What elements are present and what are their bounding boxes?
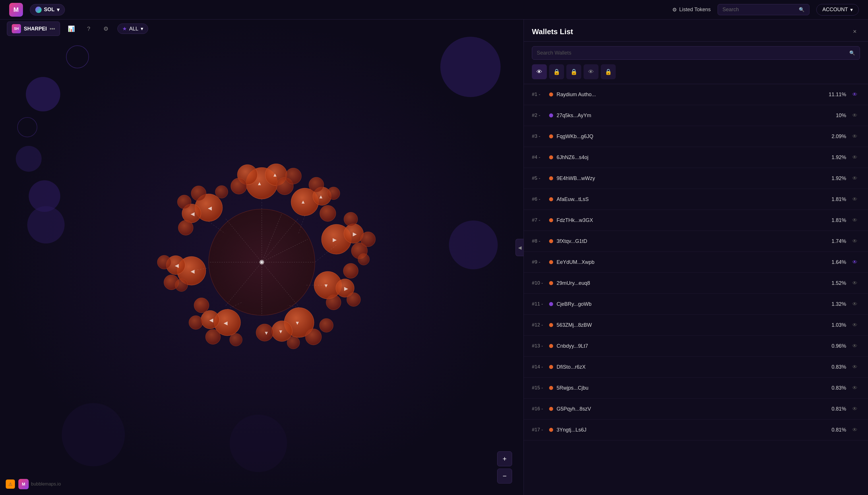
chain-label: SOL xyxy=(44,6,54,13)
chart-icon-btn[interactable]: 📊 xyxy=(66,23,77,34)
wallets-search-input[interactable] xyxy=(537,50,847,56)
wallet-visibility-toggle[interactable]: 👁 xyxy=(850,341,860,351)
wallet-item[interactable]: #13 - Cnbdyy...9Lt7 0.96% 👁 xyxy=(524,336,868,357)
zoom-in-button[interactable]: + xyxy=(497,451,512,466)
wallet-item[interactable]: #17 - 3Yngtj...Ls6J 0.81% 👁 xyxy=(524,420,868,441)
wallet-menu-dots: ••• xyxy=(50,26,55,32)
wallet-visibility-toggle[interactable]: 👁 xyxy=(850,362,860,372)
account-button[interactable]: ACCOUNT ▾ xyxy=(816,4,859,16)
wallet-visibility-toggle[interactable]: 👁 xyxy=(850,131,860,141)
wallet-rank: #3 - xyxy=(532,134,546,139)
wallet-percentage: 0.81% xyxy=(826,406,846,412)
wallet-percentage: 10% xyxy=(826,113,846,119)
close-wallets-button[interactable]: × xyxy=(850,27,860,37)
wallet-visibility-toggle[interactable]: 👁 xyxy=(850,278,860,288)
filter-locked-btn-3[interactable]: 🔒 xyxy=(601,64,616,79)
wallet-item[interactable]: #6 - AfaEuw...tLsS 1.81% 👁 xyxy=(524,189,868,210)
top-navigation: M SOL ▾ ⚙ Listed Tokens 🔍 ACCOUNT ▾ xyxy=(0,0,868,19)
wallet-dot xyxy=(549,323,553,327)
wallet-visibility-toggle[interactable]: 👁 xyxy=(850,320,860,330)
svg-text:◀: ◀ xyxy=(175,263,179,269)
wallet-visibility-toggle[interactable]: 👁 xyxy=(850,299,860,309)
secondary-navigation: SH SHARPEI ••• 📊 ? ⚙ ★ ALL ▾ xyxy=(0,19,155,38)
listed-tokens-label: Listed Tokens xyxy=(679,6,711,13)
wallet-name: FdzTHk...w3GX xyxy=(557,217,823,223)
wallet-item[interactable]: #8 - 3fXtqv...G1tD 1.74% 👁 xyxy=(524,231,868,252)
wallet-item[interactable]: #15 - 5Rwjps...Cjbu 0.83% 👁 xyxy=(524,378,868,398)
svg-point-37 xyxy=(306,329,322,345)
filter-hidden-btn[interactable]: 👁 xyxy=(584,64,598,79)
svg-text:▲: ▲ xyxy=(318,194,324,200)
watermark-text: bubblemaps.io xyxy=(31,481,61,487)
wallet-visibility-toggle[interactable]: 👁 xyxy=(850,110,860,121)
search-input[interactable] xyxy=(723,6,796,13)
wallet-item[interactable]: #14 - DfiSto...r6zX 0.83% 👁 xyxy=(524,357,868,378)
chain-selector[interactable]: SOL ▾ xyxy=(30,4,65,16)
wallet-name: 27q5ks...AyYm xyxy=(557,113,823,119)
wallet-visibility-toggle[interactable]: 👁 xyxy=(850,425,860,435)
logo-icon: M xyxy=(9,3,23,17)
wallet-name: 563ZMj...8zBW xyxy=(557,322,823,328)
wallet-percentage: 1.92% xyxy=(826,154,846,160)
wallet-item[interactable]: #16 - G5Pqyh...8szV 0.81% 👁 xyxy=(524,398,868,420)
settings-icon-btn[interactable]: ⚙ xyxy=(100,23,112,34)
filter-locked-btn-2[interactable]: 🔒 xyxy=(566,64,581,79)
wallet-visibility-toggle[interactable]: 👁 xyxy=(850,173,860,184)
wallet-dot xyxy=(549,281,553,285)
zoom-out-button[interactable]: − xyxy=(497,468,512,483)
wallet-visibility-toggle[interactable]: 👁 xyxy=(850,383,860,393)
panel-toggle-button[interactable]: ◀ xyxy=(516,239,524,256)
wallet-dot xyxy=(549,155,553,159)
wallet-visibility-toggle[interactable]: 👁 xyxy=(850,152,860,163)
wallet-item[interactable]: #10 - 29mUry...euq8 1.52% 👁 xyxy=(524,273,868,294)
all-filter-btn[interactable]: ★ ALL ▾ xyxy=(117,23,148,34)
wallet-item[interactable]: #7 - FdzTHk...w3GX 1.81% 👁 xyxy=(524,210,868,231)
wallet-visibility-toggle[interactable]: 👁 xyxy=(850,215,860,225)
wallet-rank: #5 - xyxy=(532,175,546,181)
map-controls: + − xyxy=(497,451,512,483)
listed-tokens-star: ⚙ xyxy=(672,6,677,13)
svg-point-57 xyxy=(215,186,228,198)
float-circle-1 xyxy=(66,45,89,68)
wallet-item[interactable]: #2 - 27q5ks...AyYm 10% 👁 xyxy=(524,105,868,126)
filter-visible-btn[interactable]: 👁 xyxy=(532,64,547,79)
wallet-visibility-toggle[interactable]: 👁 xyxy=(850,89,860,100)
wallet-item[interactable]: #12 - 563ZMj...8zBW 1.03% 👁 xyxy=(524,315,868,336)
wallet-dot xyxy=(549,197,553,201)
svg-point-40 xyxy=(287,336,300,349)
wallet-badge[interactable]: SH SHARPEI ••• xyxy=(7,21,60,36)
wallet-rank: #7 - xyxy=(532,217,546,223)
wallet-visibility-toggle[interactable]: 👁 xyxy=(850,194,860,204)
float-circle-6 xyxy=(27,206,65,243)
svg-point-28 xyxy=(361,232,376,246)
search-bar[interactable]: 🔍 xyxy=(717,4,810,15)
wallet-item[interactable]: #11 - CjeBRy...goWb 1.32% 👁 xyxy=(524,294,868,315)
wallet-rank: #2 - xyxy=(532,113,546,118)
wallet-percentage: 1.74% xyxy=(826,238,846,244)
wallet-visibility-toggle[interactable]: 👁 xyxy=(850,257,860,267)
wallets-search-bar[interactable]: 🔍 xyxy=(532,46,860,60)
help-icon-btn[interactable]: ? xyxy=(83,23,94,34)
wallet-visibility-toggle[interactable]: 👁 xyxy=(850,404,860,414)
wallet-rank: #6 - xyxy=(532,197,546,202)
svg-point-44 xyxy=(189,315,203,329)
svg-text:◀: ◀ xyxy=(224,320,228,326)
wallet-visibility-toggle[interactable]: 👁 xyxy=(850,236,860,246)
logo[interactable]: M xyxy=(9,3,23,17)
wallet-item[interactable]: #4 - 6JhNZ6...s4oj 1.92% 👁 xyxy=(524,147,868,168)
svg-text:▲: ▲ xyxy=(257,181,262,186)
wallet-item[interactable]: #3 - FqgWKb...g6JQ 2.09% 👁 xyxy=(524,126,868,147)
account-label: ACCOUNT xyxy=(822,6,848,13)
wallet-dot xyxy=(549,114,553,117)
wallet-dot xyxy=(549,239,553,243)
float-circle-8 xyxy=(449,221,498,269)
wallet-item[interactable]: #9 - EeYdUM...Xwpb 1.64% 👁 xyxy=(524,252,868,273)
wallet-dot xyxy=(549,92,553,97)
float-circle-9 xyxy=(62,403,125,466)
wallet-item[interactable]: #5 - 9E4hWB...wWzy 1.92% 👁 xyxy=(524,168,868,189)
wallet-dot xyxy=(549,386,553,390)
listed-tokens-button[interactable]: ⚙ Listed Tokens xyxy=(672,6,711,13)
wallet-dot xyxy=(549,365,553,369)
filter-locked-btn-1[interactable]: 🔒 xyxy=(549,64,564,79)
wallet-item[interactable]: #1 - Raydium Autho... 11.11% 👁 xyxy=(524,84,868,105)
